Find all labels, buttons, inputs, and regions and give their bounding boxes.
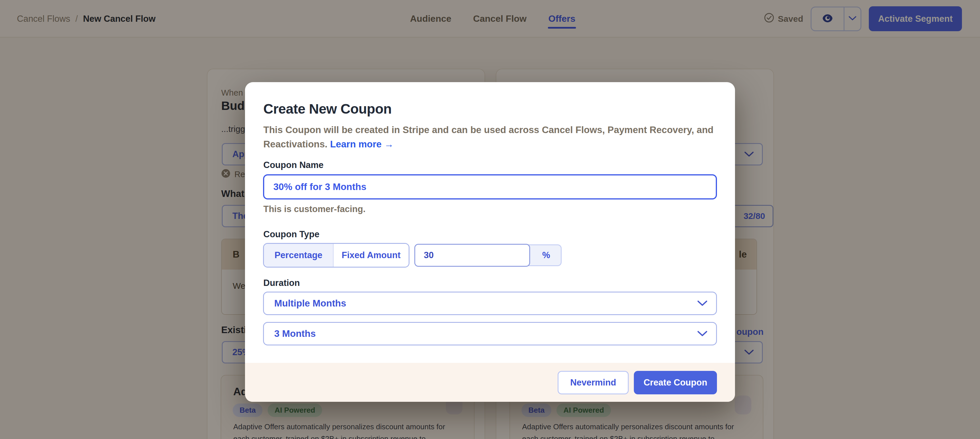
chevron-down-icon — [697, 328, 708, 339]
create-coupon-modal: Create New Coupon This Coupon will be cr… — [245, 82, 735, 402]
duration-interval-select[interactable]: Multiple Months — [263, 292, 717, 315]
description-line1: This Coupon will be created in Stripe an… — [263, 125, 714, 135]
duration-label: Duration — [263, 278, 300, 288]
coupon-type-label: Coupon Type — [263, 229, 320, 239]
create-coupon-button[interactable]: Create Coupon — [634, 371, 717, 395]
duration-months-value: 3 Months — [274, 328, 316, 339]
percentage-option[interactable]: Percentage — [264, 244, 334, 267]
coupon-name-helper: This is customer-facing. — [263, 204, 366, 214]
duration-interval-value: Multiple Months — [274, 298, 346, 309]
amount-input[interactable]: 30 — [414, 244, 530, 267]
coupon-type-segmented: Percentage Fixed Amount — [263, 243, 409, 268]
modal-description: This Coupon will be created in Stripe an… — [263, 123, 714, 151]
unit-label: % — [542, 250, 550, 260]
learn-more-link[interactable]: Learn more → — [330, 139, 394, 149]
modal-footer: Nevermind Create Coupon — [245, 363, 735, 402]
modal-title: Create New Coupon — [263, 101, 392, 117]
nevermind-button[interactable]: Nevermind — [558, 371, 629, 395]
fixed-amount-option[interactable]: Fixed Amount — [334, 244, 409, 267]
description-line2: Reactivations. — [263, 139, 328, 149]
duration-months-select[interactable]: 3 Months — [263, 322, 717, 345]
coupon-name-value: 30% off for 3 Months — [274, 181, 366, 192]
chevron-down-icon — [697, 298, 708, 309]
coupon-name-input[interactable]: 30% off for 3 Months — [263, 174, 717, 200]
amount-value: 30 — [424, 250, 434, 260]
coupon-name-label: Coupon Name — [263, 160, 323, 170]
